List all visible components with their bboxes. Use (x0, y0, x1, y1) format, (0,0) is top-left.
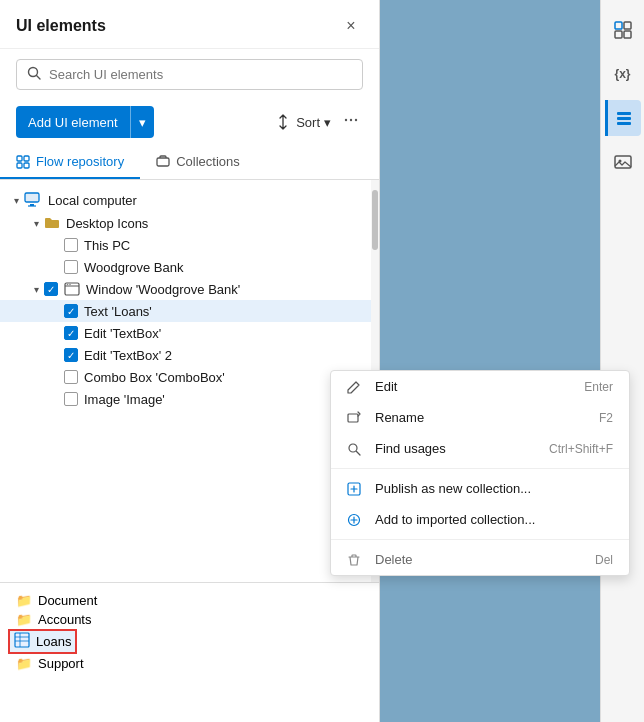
sort-chevron-icon: ▾ (324, 115, 331, 130)
preview-accounts-label: Accounts (38, 612, 91, 627)
sort-button[interactable]: Sort ▾ (276, 114, 331, 130)
context-menu-publish-collection[interactable]: Publish as new collection... (331, 473, 629, 504)
chevron-expand-icon: ▾ (28, 281, 44, 297)
preview-document-label: Document (38, 593, 97, 608)
context-delete-label: Delete (375, 552, 413, 567)
tree-item-edit-textbox[interactable]: ▶ ✓ Edit 'TextBox' (0, 322, 379, 344)
image-checkbox[interactable] (64, 392, 78, 406)
more-options-button[interactable] (339, 112, 363, 132)
context-menu-delete[interactable]: Delete Del (331, 544, 629, 575)
local-computer-label: Local computer (48, 193, 137, 208)
chevron-expand-icon: ▾ (8, 192, 24, 208)
preview-folder-icon: 📁 (16, 593, 32, 608)
svg-point-11 (345, 119, 347, 121)
add-imported-icon (347, 513, 365, 527)
svg-rect-18 (157, 158, 169, 166)
tree-item-this-pc[interactable]: ▶ This PC (0, 234, 379, 256)
image-label: Image 'Image' (84, 392, 165, 407)
preview-folder-icon: 📁 (16, 656, 32, 671)
context-find-usages-shortcut: Ctrl+Shift+F (549, 442, 613, 456)
rename-icon (347, 411, 365, 425)
toolbar: Add UI element ▾ Sort ▾ (0, 100, 379, 146)
tab-flow-repository[interactable]: Flow repository (0, 146, 140, 179)
svg-point-31 (349, 444, 357, 452)
preview-content: 📁 Document 📁 Accounts Loans (0, 583, 379, 681)
tree-item-text-loans[interactable]: ▶ ✓ Text 'Loans' (0, 300, 379, 322)
svg-rect-15 (24, 156, 29, 161)
context-menu-add-imported[interactable]: Add to imported collection... (331, 504, 629, 535)
tree-item-woodgrove-bank[interactable]: ▶ Woodgrove Bank (0, 256, 379, 278)
sidebar-images-btn[interactable] (605, 144, 641, 180)
close-button[interactable]: × (339, 14, 363, 38)
tree-item-edit-textbox-2[interactable]: ▶ ✓ Edit 'TextBox' 2 (0, 344, 379, 366)
tree-item-combo-box[interactable]: ▶ Combo Box 'ComboBox' (0, 366, 379, 388)
collections-tab-icon (156, 155, 170, 169)
blue-background-area (380, 0, 600, 722)
context-delete-shortcut: Del (595, 553, 613, 567)
svg-rect-1 (615, 31, 622, 38)
sort-icon (276, 114, 292, 130)
tree-item-image[interactable]: ▶ Image 'Image' (0, 388, 379, 410)
context-menu-find-usages[interactable]: Find usages Ctrl+Shift+F (331, 433, 629, 464)
tree-item-desktop-icons[interactable]: ▾ Desktop Icons (0, 212, 379, 234)
tab-collections-label: Collections (176, 154, 240, 169)
context-menu-rename[interactable]: Rename F2 (331, 402, 629, 433)
tabs-bar: Flow repository Collections (0, 146, 379, 180)
context-add-imported-label: Add to imported collection... (375, 512, 535, 527)
preview-loans-label: Loans (36, 634, 71, 649)
svg-rect-5 (617, 117, 631, 120)
sidebar-ui-elements-btn[interactable] (605, 12, 641, 48)
tree-item-local-computer[interactable]: ▾ Local computer (0, 188, 379, 212)
svg-rect-16 (17, 163, 22, 168)
sidebar-layers-btn[interactable] (605, 100, 641, 136)
preview-table-icon (14, 632, 30, 651)
window-woodgrove-label: Window 'Woodgrove Bank' (86, 282, 240, 297)
scrollbar-thumb[interactable] (372, 190, 378, 250)
svg-rect-4 (617, 112, 631, 115)
text-loans-checkbox[interactable]: ✓ (64, 304, 78, 318)
svg-rect-7 (615, 156, 631, 168)
svg-rect-2 (624, 22, 631, 29)
woodgrove-bank-checkbox[interactable] (64, 260, 78, 274)
search-bar (16, 59, 363, 90)
svg-line-32 (357, 451, 361, 455)
sidebar-variables-btn[interactable]: {x} (605, 56, 641, 92)
flow-repo-tab-icon (16, 155, 30, 169)
text-loans-label: Text 'Loans' (84, 304, 152, 319)
svg-point-13 (355, 119, 357, 121)
svg-rect-14 (17, 156, 22, 161)
this-pc-label: This PC (84, 238, 130, 253)
edit-icon (347, 380, 365, 394)
search-input[interactable] (49, 67, 352, 82)
chevron-expand-icon: ▾ (28, 215, 44, 231)
window-icon (64, 281, 80, 297)
combo-box-checkbox[interactable] (64, 370, 78, 384)
context-menu: Edit Enter Rename F2 Find usages Ctrl+Sh… (330, 370, 630, 576)
window-woodgrove-checkbox[interactable]: ✓ (44, 282, 58, 296)
preview-area: 📁 Document 📁 Accounts Loans (0, 582, 379, 722)
find-usages-icon (347, 442, 365, 456)
preview-item-document: 📁 Document (8, 591, 371, 610)
sort-label: Sort (296, 115, 320, 130)
context-rename-shortcut: F2 (599, 411, 613, 425)
context-rename-label: Rename (375, 410, 424, 425)
preview-item-loans: Loans (8, 629, 77, 654)
context-edit-shortcut: Enter (584, 380, 613, 394)
preview-item-support: 📁 Support (8, 654, 371, 673)
this-pc-checkbox[interactable] (64, 238, 78, 252)
context-menu-edit[interactable]: Edit Enter (331, 371, 629, 402)
add-ui-element-button[interactable]: Add UI element ▾ (16, 106, 154, 138)
ellipsis-icon (343, 112, 359, 128)
main-panel: UI elements × Add UI element ▾ Sort ▾ (0, 0, 380, 722)
context-publish-label: Publish as new collection... (375, 481, 531, 496)
tree-item-window-woodgrove[interactable]: ▾ ✓ Window 'Woodgrove Bank' (0, 278, 379, 300)
tree-area[interactable]: ▾ Local computer ▾ Desktop Icons ▶ (0, 180, 379, 582)
svg-rect-19 (25, 193, 39, 202)
tab-flow-repo-label: Flow repository (36, 154, 124, 169)
context-edit-label: Edit (375, 379, 397, 394)
add-dropdown-arrow[interactable]: ▾ (131, 106, 154, 138)
panel-header: UI elements × (0, 0, 379, 49)
edit-textbox-2-checkbox[interactable]: ✓ (64, 348, 78, 362)
tab-collections[interactable]: Collections (140, 146, 256, 179)
edit-textbox-checkbox[interactable]: ✓ (64, 326, 78, 340)
